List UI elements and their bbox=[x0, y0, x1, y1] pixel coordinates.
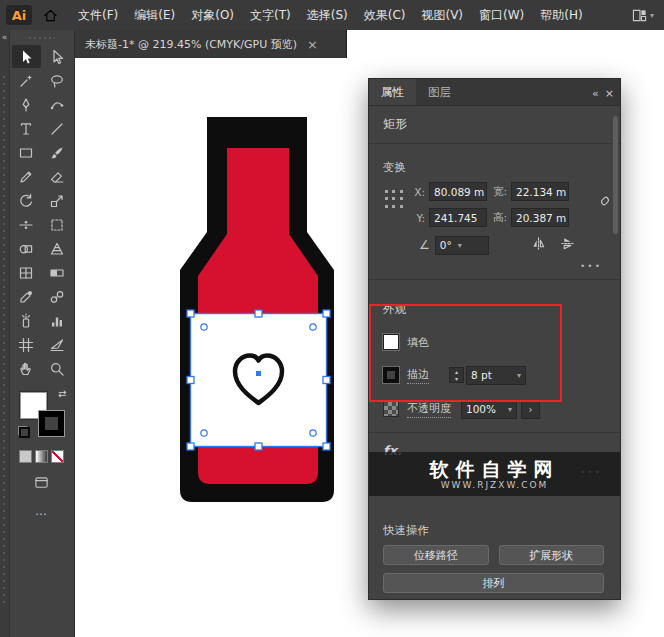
tab-layers[interactable]: 图层 bbox=[416, 79, 463, 105]
home-icon[interactable] bbox=[40, 5, 60, 25]
tool-direct-selection[interactable] bbox=[43, 45, 72, 68]
menu-help[interactable]: 帮助(H) bbox=[532, 0, 590, 30]
corner-widget[interactable] bbox=[310, 324, 316, 330]
tool-free-transform[interactable] bbox=[43, 213, 72, 236]
selection-handle[interactable] bbox=[255, 443, 262, 450]
default-fill-stroke-icon[interactable] bbox=[18, 426, 30, 438]
tool-paintbrush[interactable] bbox=[43, 141, 72, 164]
selection-handle[interactable] bbox=[323, 310, 330, 317]
tool-eyedropper[interactable] bbox=[12, 285, 41, 308]
x-input[interactable]: 80.089 m bbox=[429, 182, 487, 201]
flip-horizontal-icon[interactable] bbox=[531, 236, 546, 254]
edit-toolbar-ellipsis[interactable]: … bbox=[35, 504, 48, 518]
menu-edit[interactable]: 编辑(E) bbox=[126, 0, 183, 30]
menu-object[interactable]: 对象(O) bbox=[183, 0, 242, 30]
width-input[interactable]: 22.134 m bbox=[511, 182, 569, 201]
panel-close-icon[interactable]: × bbox=[605, 87, 620, 105]
tool-lasso[interactable] bbox=[43, 69, 72, 92]
y-input[interactable]: 241.745 bbox=[429, 208, 487, 227]
arrange-button[interactable]: 排列 bbox=[383, 573, 604, 593]
tool-artboard[interactable] bbox=[12, 333, 41, 356]
gradient-mode-button[interactable] bbox=[35, 450, 48, 463]
tool-curvature[interactable] bbox=[43, 93, 72, 116]
tool-mesh[interactable] bbox=[12, 261, 41, 284]
tool-column-graph[interactable] bbox=[43, 309, 72, 332]
selection-handle[interactable] bbox=[323, 377, 330, 384]
center-anchor[interactable] bbox=[256, 371, 261, 376]
panel-collapse-icon[interactable]: « bbox=[592, 87, 605, 105]
height-input[interactable]: 20.387 m bbox=[511, 208, 569, 227]
tool-rectangle[interactable] bbox=[12, 141, 41, 164]
document-tab[interactable]: 未标题-1* @ 219.45% (CMYK/GPU 预览) × bbox=[75, 30, 347, 58]
tool-type[interactable] bbox=[12, 117, 41, 140]
menu-file[interactable]: 文件(F) bbox=[70, 0, 126, 30]
expand-shape-button[interactable]: 扩展形状 bbox=[499, 545, 605, 565]
chevron-down-icon: ▾ bbox=[508, 405, 512, 414]
tool-pencil[interactable] bbox=[12, 165, 41, 188]
tool-scale[interactable] bbox=[43, 189, 72, 212]
rotation-angle-select[interactable]: 0° ▾ bbox=[435, 236, 489, 255]
label-rectangle[interactable] bbox=[190, 313, 327, 447]
tool-gradient[interactable] bbox=[43, 261, 72, 284]
reference-point-locator[interactable] bbox=[383, 188, 405, 210]
menu-view[interactable]: 视图(V) bbox=[413, 0, 471, 30]
stroke-weight-select[interactable]: 8 pt ▾ bbox=[466, 366, 526, 385]
bottle-artwork[interactable] bbox=[178, 112, 339, 512]
tool-selection[interactable] bbox=[12, 45, 41, 68]
close-tab-icon[interactable]: × bbox=[307, 37, 318, 52]
tool-pen[interactable] bbox=[12, 93, 41, 116]
document-tab-bar: 未标题-1* @ 219.45% (CMYK/GPU 预览) × bbox=[75, 30, 347, 58]
tool-hand[interactable] bbox=[12, 357, 41, 380]
bottle-neck-fill[interactable] bbox=[227, 148, 289, 234]
illustrator-logo[interactable]: Ai bbox=[6, 5, 32, 25]
swap-fill-stroke-icon[interactable]: ⇄ bbox=[58, 388, 66, 399]
offset-path-button[interactable]: 位移路径 bbox=[383, 545, 489, 565]
selection-handle[interactable] bbox=[187, 310, 194, 317]
menu-type[interactable]: 文字(T) bbox=[242, 0, 299, 30]
tool-line-segment[interactable] bbox=[43, 117, 72, 140]
menu-select[interactable]: 选择(S) bbox=[299, 0, 356, 30]
opacity-select[interactable]: 100% ▾ bbox=[461, 400, 517, 419]
constrain-proportions-icon[interactable] bbox=[598, 194, 612, 211]
tool-blend[interactable] bbox=[43, 285, 72, 308]
corner-widget[interactable] bbox=[310, 430, 316, 436]
fill-label[interactable]: 填色 bbox=[407, 335, 429, 350]
tool-symbol-sprayer[interactable] bbox=[12, 309, 41, 332]
selection-handle[interactable] bbox=[187, 443, 194, 450]
corner-widget[interactable] bbox=[201, 324, 207, 330]
workspace-switcher-icon[interactable]: ▾ bbox=[632, 8, 654, 23]
fill-color-swatch[interactable] bbox=[383, 334, 399, 350]
opacity-more-button[interactable]: › bbox=[521, 400, 540, 419]
stroke-swatch[interactable] bbox=[39, 411, 64, 436]
menu-window[interactable]: 窗口(W) bbox=[471, 0, 532, 30]
flip-vertical-icon[interactable] bbox=[560, 236, 575, 254]
stroke-weight-stepper[interactable]: ▴ ▾ bbox=[449, 367, 464, 383]
transform-more-options[interactable]: ••• bbox=[369, 255, 620, 271]
stroke-color-swatch[interactable] bbox=[383, 367, 399, 383]
tool-rotate[interactable] bbox=[12, 189, 41, 212]
toolbar-drag-handle[interactable] bbox=[27, 33, 57, 43]
tool-eraser[interactable] bbox=[43, 165, 72, 188]
stepper-down-icon[interactable]: ▾ bbox=[450, 375, 463, 382]
selection-handle[interactable] bbox=[187, 377, 194, 384]
tab-properties[interactable]: 属性 bbox=[369, 79, 416, 105]
collapse-tools-icon[interactable]: « bbox=[0, 32, 9, 42]
corner-widget[interactable] bbox=[201, 430, 207, 436]
opacity-icon[interactable] bbox=[383, 401, 399, 417]
menu-effect[interactable]: 效果(C) bbox=[356, 0, 414, 30]
opacity-label[interactable]: 不透明度 bbox=[407, 401, 451, 418]
selection-handle[interactable] bbox=[323, 443, 330, 450]
panel-scrollbar[interactable] bbox=[613, 116, 618, 234]
screen-mode-icon[interactable] bbox=[34, 475, 49, 494]
color-mode-button[interactable] bbox=[19, 450, 32, 463]
stepper-up-icon[interactable]: ▴ bbox=[450, 368, 463, 375]
tool-shape-builder[interactable] bbox=[12, 237, 41, 260]
none-mode-button[interactable] bbox=[51, 450, 64, 463]
tool-slice[interactable] bbox=[43, 333, 72, 356]
selection-handle[interactable] bbox=[255, 310, 262, 317]
tool-width[interactable] bbox=[12, 213, 41, 236]
tool-magic-wand[interactable] bbox=[12, 69, 41, 92]
tool-perspective-grid[interactable] bbox=[43, 237, 72, 260]
stroke-label[interactable]: 描边 bbox=[407, 367, 429, 384]
tool-zoom[interactable] bbox=[43, 357, 72, 380]
